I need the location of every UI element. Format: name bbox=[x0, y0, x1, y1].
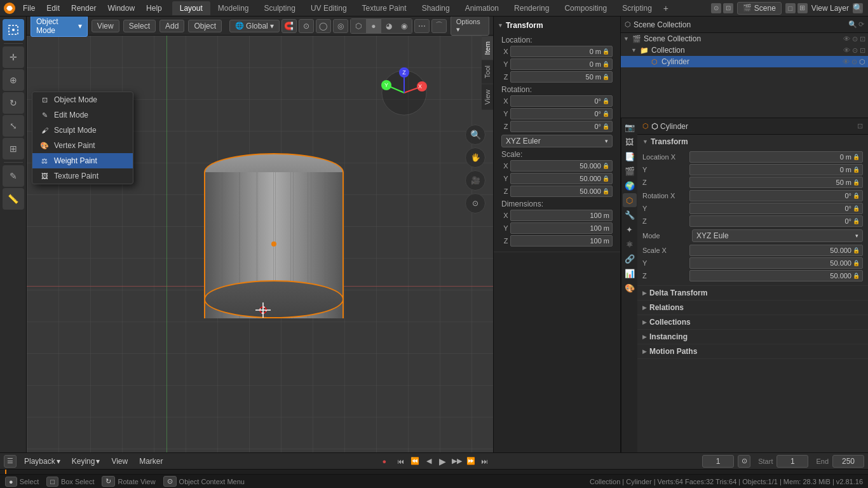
tool-move[interactable]: ⊕ bbox=[3, 69, 24, 91]
play-btn[interactable]: ▶ bbox=[437, 455, 449, 468]
menu-edit[interactable]: Edit bbox=[41, 3, 65, 14]
sel-icon[interactable]: ⊙ bbox=[852, 35, 858, 43]
coll-vis-icon[interactable]: 👁 bbox=[843, 46, 850, 55]
prop-collections-header[interactable]: ▶ Collections bbox=[637, 315, 868, 329]
engine-icon-2[interactable]: ⊡ bbox=[723, 3, 733, 13]
prop-rot-mode-select[interactable]: XYZ Eule ▾ bbox=[692, 229, 863, 242]
shading-solid[interactable]: ● bbox=[366, 19, 381, 33]
coll-sel-icon[interactable]: ⊙ bbox=[852, 46, 858, 55]
tool-scale[interactable]: ⤡ bbox=[3, 115, 24, 137]
menu-render[interactable]: Render bbox=[66, 3, 101, 14]
end-frame-input[interactable]: 250 bbox=[832, 455, 864, 468]
prop-icon-data[interactable]: 📊 bbox=[623, 266, 637, 280]
tool-annotate[interactable]: ✎ bbox=[3, 165, 24, 187]
timeline-view-menu[interactable]: View bbox=[107, 456, 132, 467]
mode-edit[interactable]: ✎ Edit Mode bbox=[32, 107, 133, 123]
outliner-sync-icon[interactable]: ⟳ bbox=[858, 20, 864, 29]
marker-menu[interactable]: Marker bbox=[135, 456, 166, 467]
outliner-collection[interactable]: ▼ 📁 Collection 👁 ⊙ ⊡ bbox=[621, 44, 868, 56]
prop-delta-header[interactable]: ▶ Delta Transform bbox=[637, 286, 868, 300]
global-selector[interactable]: 🌐 Global ▾ bbox=[229, 20, 280, 32]
scale-y-input[interactable]: 50.000 🔒 bbox=[510, 173, 613, 184]
mode-object[interactable]: ⊡ Object Mode bbox=[32, 92, 133, 107]
zoom-in-btn[interactable]: 🔍 bbox=[465, 125, 485, 145]
tab-texture-paint[interactable]: Texture Paint bbox=[355, 1, 414, 15]
add-menu[interactable]: Add bbox=[159, 20, 184, 32]
playback-menu[interactable]: Playback ▾ bbox=[20, 456, 64, 467]
prop-icon-scene[interactable]: 🎬 bbox=[623, 164, 637, 178]
prop-icon-output[interactable]: 🖼 bbox=[623, 135, 637, 149]
workspace-add-btn[interactable]: + bbox=[660, 2, 672, 15]
current-frame-input[interactable]: 1 bbox=[702, 455, 734, 468]
transform-section-header[interactable]: ▼ Transform bbox=[498, 19, 616, 32]
cyl-vis-icon[interactable]: 👁 bbox=[843, 58, 850, 66]
snap-icon[interactable]: 🧲 bbox=[281, 19, 297, 33]
tab-scripting[interactable]: Scripting bbox=[614, 1, 660, 15]
record-btn[interactable]: ● bbox=[378, 455, 391, 468]
tool-cursor[interactable]: ✛ bbox=[3, 46, 24, 68]
prop-loc-z[interactable]: 50 m 🔒 bbox=[689, 177, 863, 188]
menu-help[interactable]: Help bbox=[141, 3, 167, 14]
scene-selector[interactable]: 🎬 Scene bbox=[737, 2, 782, 15]
object-menu[interactable]: Object bbox=[188, 20, 222, 32]
prop-transform-header[interactable]: ▼ Transform bbox=[637, 135, 868, 149]
mode-weight-paint[interactable]: ⚖ Weight Paint bbox=[32, 153, 133, 168]
prop-loc-x[interactable]: 0 m 🔒 bbox=[689, 151, 863, 163]
tool-transform[interactable]: ⊞ bbox=[3, 138, 24, 159]
location-y-input[interactable]: 0 m 🔒 bbox=[510, 58, 613, 70]
tab-modeling[interactable]: Modeling bbox=[210, 1, 257, 15]
jump-end-btn[interactable]: ⏭ bbox=[478, 455, 491, 468]
coll-hide-icon[interactable]: ⊡ bbox=[860, 46, 865, 55]
timeline-menu-btn[interactable]: ☰ bbox=[4, 455, 17, 468]
proportional-edit-icon[interactable]: ⊙ bbox=[299, 19, 314, 33]
outliner-filter-icon[interactable]: 🔍 bbox=[848, 20, 857, 29]
tab-compositing[interactable]: Compositing bbox=[557, 1, 614, 15]
prop-rot-x[interactable]: 0° 🔒 bbox=[689, 190, 863, 201]
tab-uv-editing[interactable]: UV Editing bbox=[303, 1, 355, 15]
rotation-mode-select[interactable]: XYZ Euler ▾ bbox=[501, 135, 613, 147]
prop-icon-particles[interactable]: ✦ bbox=[623, 222, 637, 236]
prop-scale-y[interactable]: 50.000 🔒 bbox=[689, 257, 863, 269]
prop-rot-z[interactable]: 0° 🔒 bbox=[689, 215, 863, 227]
lock-icon-prop[interactable]: ⊡ bbox=[857, 122, 863, 130]
prop-icon-material[interactable]: 🎨 bbox=[623, 281, 637, 295]
cylinder-object[interactable] bbox=[204, 153, 344, 318]
view-layer-icon[interactable]: □ bbox=[785, 3, 796, 13]
jump-start-btn[interactable]: ⏮ bbox=[395, 455, 407, 468]
search-icon[interactable]: 🔍 bbox=[853, 3, 863, 13]
tool-select-box[interactable] bbox=[3, 19, 24, 41]
keying-menu[interactable]: Keying ▾ bbox=[68, 456, 104, 467]
mode-texture-paint[interactable]: 🖼 Texture Paint bbox=[32, 168, 133, 184]
prop-icon-object[interactable]: ⬡ bbox=[623, 193, 637, 207]
location-z-input[interactable]: 50 m 🔒 bbox=[510, 71, 613, 83]
view-layer-icon2[interactable]: ⊞ bbox=[797, 3, 808, 13]
tab-rendering[interactable]: Rendering bbox=[506, 1, 557, 15]
tab-shading[interactable]: Shading bbox=[414, 1, 458, 15]
location-x-input[interactable]: 0 m 🔒 bbox=[510, 46, 613, 57]
step-fwd-btn[interactable]: ▶▶ bbox=[451, 455, 463, 468]
n-tab-view[interactable]: View bbox=[482, 84, 493, 110]
n-tab-tool[interactable]: Tool bbox=[482, 60, 493, 83]
rotation-x-input[interactable]: 0° 🔒 bbox=[510, 95, 613, 107]
viewport-overlay-2[interactable]: ◎ bbox=[333, 19, 348, 33]
viewport-extras-2[interactable]: ⌒ bbox=[431, 19, 447, 33]
n-tab-item[interactable]: Item bbox=[482, 36, 493, 60]
prop-relations-header[interactable]: ▶ Relations bbox=[637, 301, 868, 315]
viewport-3d[interactable]: X Y Z 🔍 🖐 🎥 ⊙ bbox=[27, 36, 493, 452]
prop-icon-constraints[interactable]: 🔗 bbox=[623, 252, 637, 266]
rotation-z-input[interactable]: 0° 🔒 bbox=[510, 121, 613, 132]
prop-scale-x[interactable]: 50.000 🔒 bbox=[689, 245, 863, 256]
step-back-btn[interactable]: ◀ bbox=[423, 455, 435, 468]
outliner-cylinder[interactable]: ⬡ Cylinder 👁 ⊙ ⬡ bbox=[621, 56, 868, 67]
prop-rot-y[interactable]: 0° 🔒 bbox=[689, 203, 863, 214]
shading-rendered[interactable]: ◉ bbox=[397, 19, 412, 33]
viewport-overlay-1[interactable]: ◯ bbox=[316, 19, 331, 33]
tab-animation[interactable]: Animation bbox=[458, 1, 506, 15]
camera-btn[interactable]: ⊙ bbox=[465, 193, 485, 214]
shading-material[interactable]: ◕ bbox=[381, 19, 397, 33]
zoom-out-btn[interactable]: 🖐 bbox=[465, 147, 485, 168]
prop-scale-z[interactable]: 50.000 🔒 bbox=[689, 270, 863, 281]
select-menu[interactable]: Select bbox=[123, 20, 156, 32]
view-menu[interactable]: View bbox=[92, 20, 119, 32]
hide-icon[interactable]: ⊡ bbox=[860, 35, 865, 43]
